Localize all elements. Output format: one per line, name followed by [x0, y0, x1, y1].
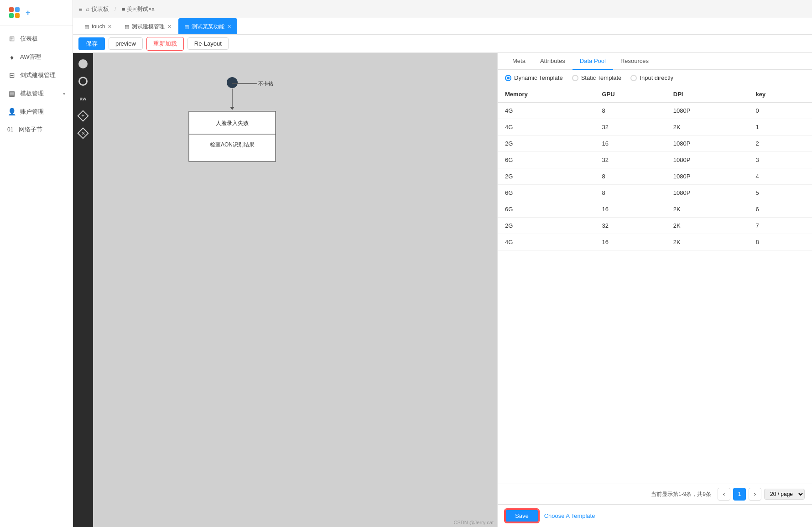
cell-key: 0 [749, 103, 812, 119]
panel-tab-bar: Meta Attributes Data Pool Resources [498, 53, 812, 70]
aw-icon: ♦ [7, 52, 16, 62]
cell-key: 1 [749, 119, 812, 136]
tab-test-func[interactable]: ▤ 测试某某功能 ✕ [178, 18, 237, 34]
cell-dpi: 1080P [666, 168, 749, 185]
canvas[interactable]: 不卡钻 人脸录入失败 检查AON识别结果 CSDN @Jerry cat [93, 53, 497, 527]
tool-panel: aw + ✕ [73, 53, 93, 527]
cell-dpi: 1080P [666, 103, 749, 119]
relayout-button[interactable]: Re-Layout [187, 37, 229, 50]
panel-tab-resources[interactable]: Resources [613, 53, 656, 70]
sidebar-item-label: 模板管理 [20, 89, 44, 98]
tab-touch[interactable]: ▤ touch ✕ [78, 18, 118, 34]
node-label: 不卡钻 [258, 81, 273, 86]
save-button[interactable]: 保存 [78, 37, 105, 50]
table-row[interactable]: 6G321080P3 [498, 152, 812, 168]
close-icon[interactable]: ✕ [227, 24, 231, 30]
table-row[interactable]: 6G162K6 [498, 201, 812, 218]
sidebar-item-label: AW管理 [20, 53, 41, 61]
radio-label-input: Input directly [640, 74, 673, 81]
sidebar-item-aw-manage[interactable]: ♦ AW管理 [0, 48, 73, 66]
cell-dpi: 1080P [666, 185, 749, 201]
sidebar-item-number: 01 [7, 126, 13, 133]
tool-circle-outline[interactable] [76, 74, 90, 89]
menu-icon[interactable]: ≡ [78, 5, 82, 13]
tab-test-build-mgmt[interactable]: ▤ 测试建模管理 ✕ [119, 18, 177, 34]
cell-key: 2 [749, 136, 812, 152]
sidebar-item-account[interactable]: 👤 账户管理 [0, 103, 73, 121]
dashboard-icon: ⊞ [7, 34, 16, 43]
tool-diamond-x[interactable]: ✕ [76, 126, 90, 141]
panel-bottom: Save Choose A Template [498, 504, 812, 527]
cell-memory: 4G [498, 103, 595, 119]
cell-key: 3 [749, 152, 812, 168]
panel-save-button[interactable]: Save [505, 509, 539, 522]
close-icon[interactable]: ✕ [167, 24, 172, 30]
close-icon[interactable]: ✕ [108, 24, 112, 30]
cell-memory: 4G [498, 234, 595, 250]
cell-gpu: 8 [595, 168, 666, 185]
reload-button[interactable]: 重新加载 [146, 37, 184, 51]
cell-dpi: 2K [666, 201, 749, 218]
panel-tab-meta[interactable]: Meta [505, 53, 533, 70]
canvas-area: aw + ✕ [73, 53, 497, 527]
tab-icon: ▤ [84, 24, 89, 30]
table-row[interactable]: 2G161080P2 [498, 136, 812, 152]
tab-label: 测试某某功能 [192, 23, 224, 31]
radio-circle-static [572, 75, 578, 81]
tool-text-aw[interactable]: aw [76, 91, 90, 106]
cell-dpi: 2K [666, 218, 749, 234]
radio-options-row: Dynamic Template Static Template Input d… [498, 70, 812, 86]
current-page-button[interactable]: 1 [733, 488, 746, 501]
tab-icon: ▤ [125, 24, 129, 30]
table-row[interactable]: 4G81080P0 [498, 103, 812, 119]
breadcrumb-current: ■ 美×测试×x [122, 5, 155, 13]
sidebar: + ⊞ 仪表板 ♦ AW管理 ⊟ 剑式建模管理 ▤ 模板管理 ▾ 👤 账户管理 … [0, 0, 73, 527]
table-header: Memory GPU DPI key [498, 86, 812, 103]
radio-dynamic-template[interactable]: Dynamic Template [505, 74, 563, 81]
cell-memory: 4G [498, 119, 595, 136]
cell-dpi: 1080P [666, 136, 749, 152]
tool-diamond-plus[interactable]: + [76, 109, 90, 123]
table-row[interactable]: 2G81080P4 [498, 168, 812, 185]
logo-icon [7, 5, 22, 20]
template-icon: ▤ [7, 89, 16, 98]
pagination-info: 当前显示第1-9条，共9条 [651, 490, 711, 498]
table-row[interactable]: 4G322K1 [498, 119, 812, 136]
preview-button[interactable]: preview [109, 37, 143, 50]
prev-page-button[interactable]: ‹ [718, 488, 730, 501]
cell-memory: 6G [498, 152, 595, 168]
account-icon: 👤 [7, 107, 16, 116]
choose-template-link[interactable]: Choose A Template [544, 512, 595, 519]
sidebar-item-test-build[interactable]: ⊟ 剑式建模管理 [0, 66, 73, 84]
radio-input-directly[interactable]: Input directly [630, 74, 673, 81]
process-box[interactable] [189, 111, 276, 162]
panel-tab-attributes[interactable]: Attributes [533, 53, 573, 70]
radio-circle-input [630, 75, 637, 81]
tab-bar: ▤ touch ✕ ▤ 测试建模管理 ✕ ▤ 测试某某功能 ✕ [73, 18, 812, 35]
table-row[interactable]: 2G322K7 [498, 218, 812, 234]
panel-tab-data-pool[interactable]: Data Pool [573, 53, 613, 70]
sidebar-item-label: 账户管理 [20, 108, 44, 116]
breadcrumb-home[interactable]: ⌂ 仪表板 [86, 5, 109, 13]
box-bottom-text: 检查AON识别结果 [210, 141, 255, 148]
cell-key: 7 [749, 218, 812, 234]
sidebar-item-network[interactable]: 01 网络子节 [0, 121, 73, 138]
table-row[interactable]: 4G162K8 [498, 234, 812, 250]
breadcrumb-separator: / [115, 5, 116, 12]
sidebar-item-template[interactable]: ▤ 模板管理 ▾ [0, 84, 73, 103]
box-top-text: 人脸录入失败 [216, 120, 249, 126]
radio-static-template[interactable]: Static Template [572, 74, 622, 81]
sidebar-item-dashboard[interactable]: ⊞ 仪表板 [0, 30, 73, 48]
test-build-icon: ⊟ [7, 71, 16, 80]
next-page-button[interactable]: › [749, 488, 761, 501]
tab-icon: ▤ [184, 24, 189, 30]
arrow-head [230, 107, 234, 110]
table-row[interactable]: 6G81080P5 [498, 185, 812, 201]
tool-circle-filled[interactable] [76, 57, 90, 71]
page-size-select[interactable]: 20 / page [764, 489, 805, 500]
cell-key: 4 [749, 168, 812, 185]
sidebar-item-label: 剑式建模管理 [20, 71, 56, 79]
workspace: aw + ✕ [73, 53, 812, 527]
col-key: key [749, 86, 812, 103]
start-node[interactable] [227, 77, 238, 88]
